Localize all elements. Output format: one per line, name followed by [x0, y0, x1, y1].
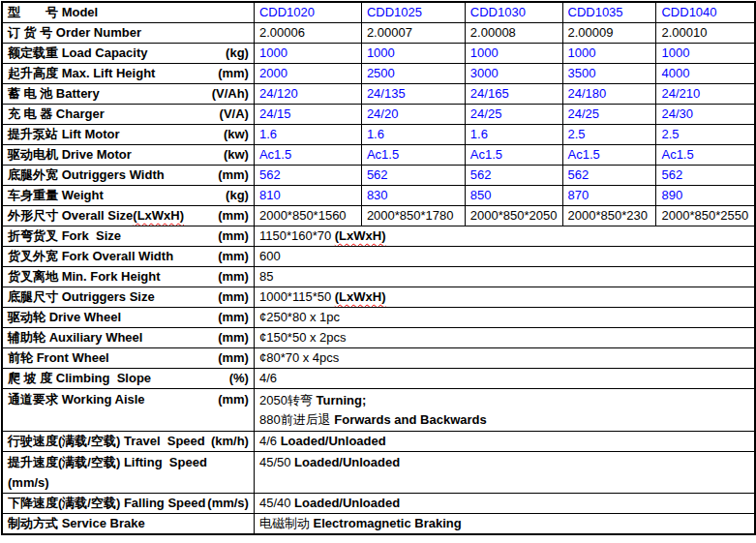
row-label-en: Working Aisle: [62, 392, 145, 407]
unit-label: (kg): [226, 45, 249, 62]
unit-label: (%): [229, 370, 249, 387]
value-text: ¢80*70 x 4pcs: [259, 350, 339, 365]
spec-row-load-capacity: (kg)额定载重 Load Capacity 1000 1000 1000 10…: [2, 44, 755, 64]
row-label: (V/Ah)蓄 电 池 Battery: [2, 84, 254, 105]
unit-label: (kg): [226, 187, 249, 204]
spec-value: 1000: [656, 44, 755, 64]
spec-value: 2000*850*2050: [465, 206, 562, 226]
spec-table: 型 号 Model CDD1020 CDD1025 CDD1030 CDD103…: [1, 1, 756, 535]
row-label-en: Fork Size: [62, 228, 121, 243]
row-label: (mm)底腿外宽 Outriggers Width: [2, 166, 254, 186]
row-label: 制动方式 Service Brake: [2, 514, 254, 535]
merged-value: ¢80*70 x 4pcs: [254, 348, 755, 369]
row-label-cn: 折弯货叉: [8, 228, 58, 243]
unit-label: (kw): [224, 146, 249, 164]
spec-value: 24/25: [562, 105, 656, 125]
value-bold: Electromagnetic Braking: [314, 516, 462, 530]
row-label-line-1: 提升速度(满载/空载) Lifting Speed: [8, 454, 249, 471]
spec-value: 890: [656, 186, 755, 206]
row-label: (mm)前轮 Front Wheel: [2, 348, 254, 369]
spec-value: 24/180: [562, 84, 656, 105]
row-label: (mm)驱动轮 Drive Wheel: [2, 308, 254, 328]
spec-value: 562: [562, 166, 656, 186]
spec-value: 2.00008: [465, 23, 562, 44]
spec-value: 2000*850*2550: [656, 206, 755, 226]
unit-label: (km/h): [211, 433, 249, 450]
spec-value: 2000: [254, 64, 361, 84]
row-label: (mm)折弯货叉 Fork Size: [2, 226, 254, 247]
spec-row-front-wheel: (mm)前轮 Front Wheel ¢80*70 x 4pcs: [2, 348, 755, 369]
spec-value: 24/15: [254, 105, 361, 125]
spec-value: Ac1.5: [562, 145, 656, 166]
spec-value: 1.6: [361, 125, 465, 145]
row-label: 提升速度(满载/空载) Lifting Speed (mm/s): [2, 452, 254, 494]
row-label-cn: 额定载重: [8, 45, 58, 60]
value-text: 1000*115*50: [259, 289, 335, 304]
row-label: (V/A)充 电 器 Charger: [2, 105, 254, 125]
unit-label: (V/A): [220, 106, 249, 123]
row-label-cn: 下降速度(满载/空载): [8, 496, 120, 510]
spec-value: 1000: [361, 44, 465, 64]
spec-row-drive-motor: (kw)驱动电机 Drive Motor Ac1.5 Ac1.5 Ac1.5 A…: [2, 145, 755, 166]
row-label-cn: 底腿尺寸: [8, 289, 58, 304]
value-text: 4/6: [259, 371, 277, 385]
spec-value: 2.00009: [562, 23, 656, 44]
row-label-en: Service Brake: [62, 516, 145, 530]
merged-value: 45/40 Loaded/Unloaded: [254, 494, 755, 514]
spec-value: 1000: [562, 44, 656, 64]
unit-label: (mm): [218, 309, 249, 326]
row-label: (mm)货叉离地 Min. Fork Height: [2, 267, 254, 287]
row-label-cn: 型 号: [8, 5, 58, 19]
spec-row-charger: (V/A)充 电 器 Charger 24/15 24/20 24/25 24/…: [2, 105, 755, 125]
spec-row-fork-size: (mm)折弯货叉 Fork Size 1150*160*70 (LxWxH): [2, 226, 755, 247]
unit-label: (mm): [218, 349, 249, 367]
row-label-cn: 提升速度(满载/空载): [8, 455, 120, 469]
value-line-2: 880前进后退 Forwards and Backwards: [259, 410, 749, 430]
unit-label: (mm): [218, 329, 249, 347]
value-text: ¢250*80 x 1pc: [259, 310, 340, 324]
spec-row-falling-speed: (mm/s)下降速度(满载/空载) Falling Speed 45/40 Lo…: [2, 494, 755, 514]
spec-row-lift-height: (mm)起升高度 Max. Lift Height 2000 2500 3000…: [2, 64, 755, 84]
row-label-cn: 爬 坡 度: [8, 371, 52, 385]
row-label-cn: 底腿外宽: [8, 167, 58, 182]
row-label-en: Load Capacity: [62, 45, 148, 60]
spec-value: 2.5: [656, 125, 755, 145]
spec-value: 24/120: [254, 84, 361, 105]
row-label-en: Drive Wheel: [49, 310, 121, 324]
unit-label: (mm): [218, 207, 249, 225]
spec-row-fork-overall-width: (mm)货叉外宽 Fork Overall Width 600: [2, 247, 755, 267]
value-text: ¢150*50 x 2pcs: [259, 330, 347, 345]
spec-row-battery: (V/Ah)蓄 电 池 Battery 24/120 24/135 24/165…: [2, 84, 755, 105]
spec-row-weight: (kg)车身重量 Weight 810 830 850 870 890: [2, 186, 755, 206]
spec-value: 1000: [254, 44, 361, 64]
merged-value: 45/50 Loaded/Unloaded: [254, 452, 755, 494]
value-lxwxh: (LxWxH): [335, 228, 386, 243]
row-label: (mm)起升高度 Max. Lift Height: [2, 64, 254, 84]
spec-value: 24/30: [656, 105, 755, 125]
row-label-cn: 通道要求: [8, 392, 58, 407]
row-label-en: Auxiliary Wheel: [49, 330, 143, 345]
row-label: (%)爬 坡 度 Climbing Slope: [2, 369, 254, 389]
row-label-en: Overall Size: [62, 208, 134, 223]
row-label-cn: 订 货 号: [8, 25, 52, 40]
spec-row-service-brake: 制动方式 Service Brake 电磁制动 Electromagnetic …: [2, 514, 755, 535]
spec-value: 830: [361, 186, 465, 206]
spec-value: CDD1030: [465, 2, 562, 23]
spec-value: Ac1.5: [361, 145, 465, 166]
spec-row-lifting-speed: 提升速度(满载/空载) Lifting Speed (mm/s) 45/50 L…: [2, 452, 755, 494]
spec-value: 24/135: [361, 84, 465, 105]
spec-value: 562: [656, 166, 755, 186]
row-label: (kw)驱动电机 Drive Motor: [2, 145, 254, 166]
merged-value: 1150*160*70 (LxWxH): [254, 226, 755, 247]
spec-value: 24/20: [361, 105, 465, 125]
row-label-en-squiggle: (LxWxH): [133, 208, 184, 223]
value-text: 600: [259, 249, 281, 263]
spec-value: 562: [465, 166, 562, 186]
spec-value: Ac1.5: [656, 145, 755, 166]
row-label-en: Weight: [62, 188, 104, 202]
row-label-en: Travel Speed: [124, 434, 205, 448]
merged-value: 85: [254, 267, 755, 287]
row-label-cn: 货叉离地: [8, 269, 58, 284]
spec-value: 2.00010: [656, 23, 755, 44]
row-label: 订 货 号 Order Number: [2, 23, 254, 44]
